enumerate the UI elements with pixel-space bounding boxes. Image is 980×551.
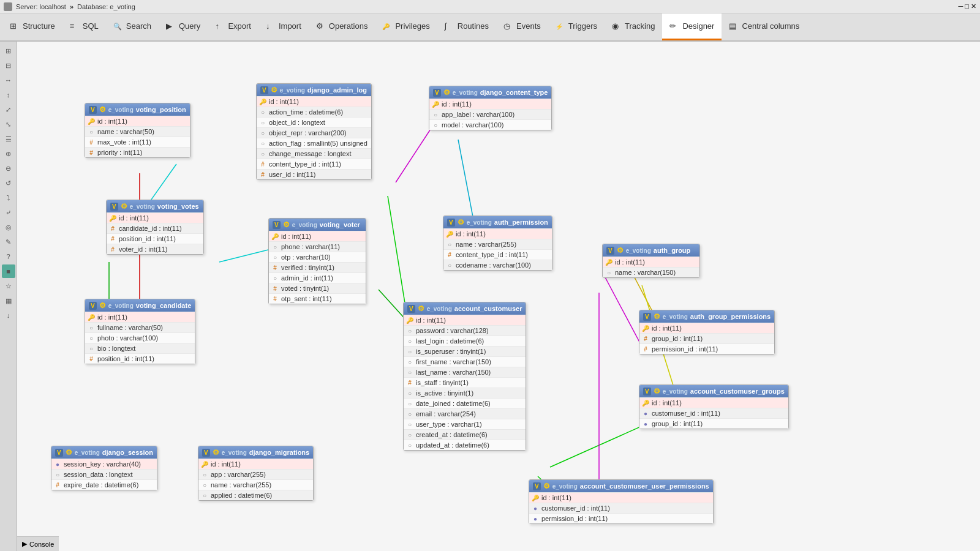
table-row[interactable]: #position_id : int(11) — [107, 233, 203, 244]
table-header-django_content_type[interactable]: V⚙e_voting django_content_type — [429, 86, 551, 99]
table-row[interactable]: ○name : varchar(255) — [443, 239, 552, 249]
nav-routines[interactable]: Routines — [437, 13, 496, 40]
nav-query[interactable]: Query — [159, 13, 208, 40]
table-row[interactable]: 🔑id : int(11) — [639, 397, 788, 408]
toolbar-btn-12[interactable]: ⤶ — [2, 206, 15, 219]
table-row[interactable]: #is_staff : tinyint(1) — [404, 377, 526, 388]
table-row[interactable]: ○email : varchar(254) — [404, 408, 526, 419]
table-header-voting_candidate[interactable]: V⚙e_voting voting_candidate — [85, 299, 195, 312]
nav-tracking[interactable]: Tracking — [605, 13, 662, 40]
table-row[interactable]: 🔑id : int(11) — [639, 323, 774, 333]
table-header-voting_voter[interactable]: V⚙e_voting voting_voter — [269, 219, 366, 231]
table-auth_permission[interactable]: V⚙e_voting auth_permission🔑id : int(11)○… — [443, 216, 552, 271]
nav-operations[interactable]: Operations — [309, 13, 375, 40]
table-row[interactable]: 🔑id : int(11) — [429, 99, 551, 109]
table-row[interactable]: ○first_name : varchar(150) — [404, 356, 526, 367]
table-header-voting_position[interactable]: V⚙e_voting voting_position — [85, 103, 190, 116]
table-row[interactable]: ○last_login : datetime(6) — [404, 335, 526, 346]
table-row[interactable]: #max_vote : int(11) — [85, 137, 190, 147]
toolbar-btn-6[interactable]: ⤡ — [2, 118, 15, 131]
nav-structure[interactable]: Structure — [2, 13, 62, 40]
table-row[interactable]: 🔑id : int(11) — [269, 231, 366, 241]
table-row[interactable]: ○date_joined : datetime(6) — [404, 398, 526, 408]
toolbar-btn-2[interactable]: ⊟ — [2, 59, 15, 72]
designer-canvas[interactable]: V⚙e_voting voting_position🔑id : int(11)○… — [17, 42, 980, 551]
toolbar-btn-11[interactable]: ⤵ — [2, 191, 15, 204]
table-row[interactable]: ○action_flag : smallint(5) unsigned — [257, 138, 371, 148]
table-row[interactable]: 🔑id : int(11) — [257, 96, 371, 107]
table-row[interactable]: ○phone : varchar(11) — [269, 241, 366, 252]
table-header-auth_permission[interactable]: V⚙e_voting auth_permission — [443, 216, 552, 228]
table-header-auth_group_permissions[interactable]: V⚙e_voting auth_group_permissions — [639, 310, 774, 323]
table-row[interactable]: 🔑id : int(11) — [85, 116, 190, 126]
table-django_migrations[interactable]: V⚙e_voting django_migrations🔑id : int(11… — [198, 446, 314, 501]
table-row[interactable]: ○name : varchar(150) — [603, 267, 699, 277]
table-row[interactable]: ○updated_at : datetime(6) — [404, 440, 526, 450]
table-header-account_customuser_user_permissions[interactable]: V⚙e_voting account_customuser_user_permi… — [529, 480, 713, 492]
table-row[interactable]: 🔑id : int(11) — [443, 228, 552, 239]
table-row[interactable]: ○action_time : datetime(6) — [257, 107, 371, 117]
table-row[interactable]: 🔑id : int(11) — [603, 257, 699, 267]
table-row[interactable]: ○codename : varchar(100) — [443, 260, 552, 270]
table-row[interactable]: ○fullname : varchar(50) — [85, 322, 195, 332]
table-row[interactable]: #permission_id : int(11) — [639, 343, 774, 354]
table-account_customuser_user_permissions[interactable]: V⚙e_voting account_customuser_user_permi… — [529, 479, 714, 524]
table-row[interactable]: ●customuser_id : int(11) — [529, 503, 713, 513]
table-voting_votes[interactable]: V⚙e_voting voting_votes🔑id : int(11)#can… — [106, 200, 204, 255]
table-row[interactable]: ○app : varchar(255) — [198, 469, 313, 479]
toolbar-btn-8[interactable]: ⊕ — [2, 147, 15, 160]
nav-designer[interactable]: Designer — [662, 13, 722, 40]
table-row[interactable]: #content_type_id : int(11) — [443, 249, 552, 260]
table-row[interactable]: 🔑id : int(11) — [529, 492, 713, 503]
table-django_admin_log[interactable]: V⚙e_voting django_admin_log🔑id : int(11)… — [256, 83, 372, 180]
table-row[interactable]: ○is_active : tinyint(1) — [404, 388, 526, 398]
table-auth_group[interactable]: V⚙e_voting auth_group🔑id : int(11)○name … — [602, 244, 700, 278]
table-row[interactable]: ○name : varchar(255) — [198, 479, 313, 490]
table-account_customuser_groups[interactable]: V⚙e_voting account_customuser_groups🔑id … — [639, 384, 789, 429]
table-row[interactable]: ○applied : datetime(6) — [198, 490, 313, 500]
table-voting_position[interactable]: V⚙e_voting voting_position🔑id : int(11)○… — [85, 103, 190, 158]
nav-central[interactable]: Central columns — [722, 13, 807, 40]
table-row[interactable]: #group_id : int(11) — [639, 333, 774, 343]
table-row[interactable]: 🔑id : int(11) — [404, 315, 526, 325]
table-header-django_migrations[interactable]: V⚙e_voting django_migrations — [198, 446, 313, 459]
table-row[interactable]: #expire_date : datetime(6) — [51, 479, 157, 490]
table-row[interactable]: ○object_repr : varchar(200) — [257, 127, 371, 138]
table-row[interactable]: #position_id : int(11) — [85, 353, 195, 364]
toolbar-btn-1[interactable]: ⊞ — [2, 44, 15, 58]
table-voting_candidate[interactable]: V⚙e_voting voting_candidate🔑id : int(11)… — [85, 299, 195, 364]
table-row[interactable]: #otp_sent : int(11) — [269, 293, 366, 304]
table-row[interactable]: #content_type_id : int(11) — [257, 159, 371, 169]
toolbar-btn-15[interactable]: ? — [2, 250, 15, 263]
table-row[interactable]: #user_id : int(11) — [257, 169, 371, 179]
table-row[interactable]: ○admin_id : int(11) — [269, 272, 366, 283]
table-row[interactable]: ●customuser_id : int(11) — [639, 408, 788, 418]
table-django_content_type[interactable]: V⚙e_voting django_content_type🔑id : int(… — [429, 86, 552, 130]
toolbar-btn-3[interactable]: ↔ — [2, 73, 15, 87]
table-row[interactable]: #verified : tinyint(1) — [269, 262, 366, 272]
table-row[interactable]: 🔑id : int(11) — [198, 459, 313, 469]
table-row[interactable]: ○last_name : varchar(150) — [404, 367, 526, 377]
toolbar-btn-18[interactable]: ▦ — [2, 294, 15, 307]
toolbar-btn-5[interactable]: ⤢ — [2, 103, 15, 116]
table-row[interactable]: ○model : varchar(100) — [429, 119, 551, 130]
toolbar-btn-9[interactable]: ⊖ — [2, 162, 15, 175]
table-row[interactable]: ●group_id : int(11) — [639, 418, 788, 429]
table-row[interactable]: ○is_superuser : tinyint(1) — [404, 346, 526, 356]
toolbar-btn-10[interactable]: ↺ — [2, 176, 15, 190]
toolbar-btn-19[interactable]: ↓ — [2, 309, 15, 322]
table-row[interactable]: ○app_label : varchar(100) — [429, 109, 551, 119]
toolbar-btn-4[interactable]: ↕ — [2, 88, 15, 102]
table-row[interactable]: ○bio : longtext — [85, 343, 195, 353]
console-bar[interactable]: ▶ Console — [17, 536, 59, 551]
table-django_session[interactable]: V⚙e_voting django_session●session_key : … — [51, 446, 157, 490]
table-header-django_session[interactable]: V⚙e_voting django_session — [51, 446, 157, 459]
nav-events[interactable]: Events — [496, 13, 548, 40]
nav-privileges[interactable]: Privileges — [375, 13, 437, 40]
table-header-account_customuser_groups[interactable]: V⚙e_voting account_customuser_groups — [639, 385, 788, 397]
table-row[interactable]: ○session_data : longtext — [51, 469, 157, 479]
toolbar-btn-7[interactable]: ☰ — [2, 132, 15, 146]
table-row[interactable]: ○name : varchar(50) — [85, 126, 190, 137]
table-row[interactable]: ○created_at : datetime(6) — [404, 429, 526, 440]
table-row[interactable]: ○password : varchar(128) — [404, 325, 526, 335]
